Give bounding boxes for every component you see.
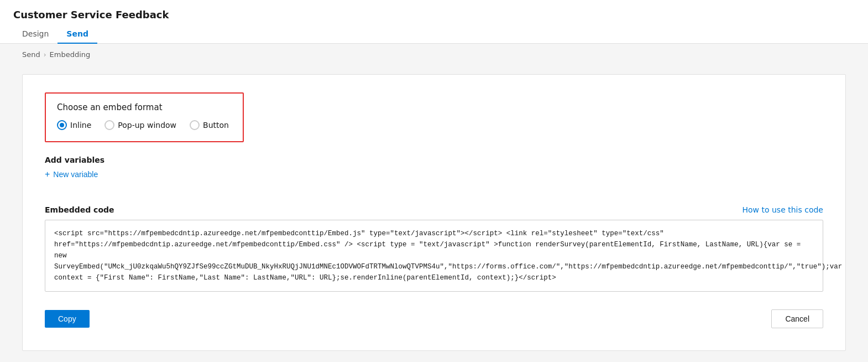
add-variables-section: Add variables + New variable (45, 156, 823, 179)
radio-popup-circle (104, 120, 114, 130)
code-box: <script src="https://mfpembedcdntip.azur… (45, 220, 823, 292)
tab-design[interactable]: Design (13, 25, 57, 44)
cancel-button[interactable]: Cancel (771, 309, 823, 328)
radio-popup[interactable]: Pop-up window (104, 120, 176, 130)
embedded-code-label: Embedded code (45, 205, 114, 214)
radio-inline[interactable]: Inline (57, 120, 91, 130)
new-variable-button[interactable]: + New variable (45, 170, 98, 179)
breadcrumb-current: Embedding (50, 50, 91, 59)
radio-inline-label: Inline (70, 121, 91, 130)
main-card: Choose an embed format Inline Pop-up win… (22, 74, 846, 351)
radio-inline-circle (57, 120, 67, 130)
breadcrumb-separator: › (44, 51, 46, 59)
embedded-code-header: Embedded code How to use this code (45, 205, 823, 214)
how-to-use-link[interactable]: How to use this code (742, 205, 824, 214)
radio-popup-label: Pop-up window (118, 121, 176, 130)
add-variables-label: Add variables (45, 156, 823, 164)
radio-button-circle (190, 120, 200, 130)
page-title: Customer Service Feedback (13, 9, 855, 20)
radio-button[interactable]: Button (190, 120, 229, 130)
embed-format-title: Choose an embed format (57, 102, 232, 112)
radio-button-label: Button (203, 121, 229, 130)
copy-button[interactable]: Copy (45, 310, 90, 328)
breadcrumb-parent: Send (22, 50, 40, 59)
embedded-code-section: Embedded code How to use this code <scri… (45, 205, 823, 292)
tab-send[interactable]: Send (57, 25, 97, 44)
new-variable-label: New variable (53, 170, 98, 179)
embed-format-radio-group: Inline Pop-up window Button (57, 120, 232, 130)
plus-icon: + (45, 170, 50, 179)
footer-buttons: Copy Cancel (45, 309, 823, 328)
embed-format-box: Choose an embed format Inline Pop-up win… (45, 92, 244, 142)
breadcrumb: Send › Embedding (0, 44, 868, 65)
tab-bar: Design Send (13, 25, 855, 43)
